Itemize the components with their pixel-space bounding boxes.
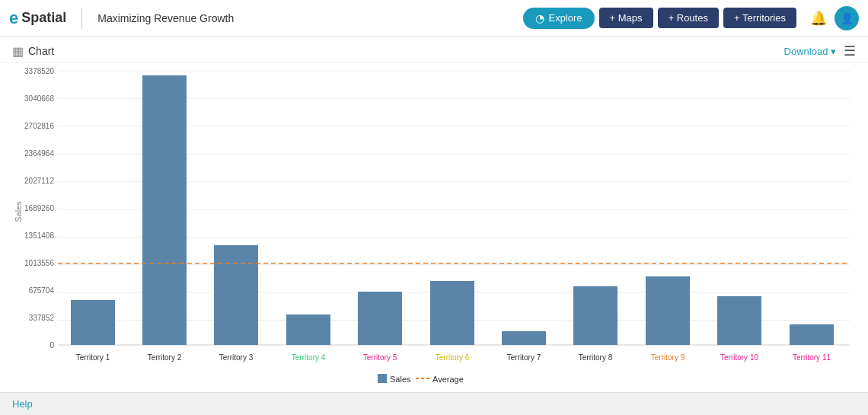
bar-chart: 3378520 3040668 2702816 2364964 2027112 … <box>12 63 856 391</box>
x-label-5: Territory 5 <box>363 353 397 362</box>
bar-territory-2 <box>142 75 187 345</box>
header: eSpatial Maximizing Revenue Growth ◔ Exp… <box>0 0 868 37</box>
chart-title-row: ▦ Chart <box>12 44 54 59</box>
bar-territory-8 <box>573 286 617 345</box>
page-title: Maximizing Revenue Growth <box>97 12 514 24</box>
x-label-10: Territory 10 <box>720 353 758 362</box>
header-icons: 🔔 👤 <box>810 6 859 30</box>
legend-average-label: Average <box>432 375 464 384</box>
svg-text:2027112: 2027112 <box>24 177 54 185</box>
svg-text:1351408: 1351408 <box>24 231 54 240</box>
chart-svg-wrapper: 3378520 3040668 2702816 2364964 2027112 … <box>0 63 868 398</box>
bar-territory-10 <box>717 296 761 345</box>
routes-button[interactable]: + Routes <box>658 8 719 28</box>
svg-text:0: 0 <box>49 341 54 350</box>
x-label-4: Territory 4 <box>292 353 326 362</box>
x-label-9: Territory 9 <box>651 353 685 362</box>
svg-text:1013556: 1013556 <box>24 259 54 267</box>
svg-text:3040668: 3040668 <box>24 94 54 103</box>
avatar-icon: 👤 <box>841 12 854 24</box>
x-label-8: Territory 8 <box>579 353 613 362</box>
nav-buttons: ◔ Explore + Maps + Routes + Territories <box>523 8 796 29</box>
x-label-6: Territory 6 <box>436 353 470 362</box>
explore-button[interactable]: ◔ Explore <box>523 8 594 29</box>
logo-e: e <box>9 8 18 28</box>
bar-territory-3 <box>214 245 258 345</box>
bar-territory-4 <box>286 314 330 345</box>
explore-label: Explore <box>548 12 582 24</box>
chart-toolbar: ▦ Chart Download ▾ ☰ <box>0 37 868 63</box>
maps-button[interactable]: + Maps <box>599 8 653 28</box>
svg-text:675704: 675704 <box>29 286 55 295</box>
avatar[interactable]: 👤 <box>834 6 859 30</box>
header-divider <box>81 8 82 29</box>
svg-text:Sales: Sales <box>14 201 23 222</box>
bar-territory-7 <box>502 331 546 345</box>
download-button[interactable]: Download ▾ <box>784 46 836 57</box>
footer: Help <box>0 392 868 415</box>
legend-sales-label: Sales <box>390 375 411 384</box>
logo-spatial: Spatial <box>21 10 66 26</box>
svg-text:3378520: 3378520 <box>24 67 54 75</box>
logo: eSpatial <box>9 8 66 28</box>
svg-text:1689260: 1689260 <box>24 204 54 212</box>
chart-bar-icon: ▦ <box>12 44 24 59</box>
territories-button[interactable]: + Territories <box>723 8 796 28</box>
notification-icon[interactable]: 🔔 <box>810 10 827 27</box>
chart-toolbar-right: Download ▾ ☰ <box>784 43 856 59</box>
menu-icon[interactable]: ☰ <box>844 43 856 59</box>
chart-container: ▦ Chart Download ▾ ☰ 3378 <box>0 37 868 415</box>
bar-territory-6 <box>430 281 474 345</box>
svg-text:337852: 337852 <box>29 314 55 322</box>
bar-territory-1 <box>71 300 115 345</box>
x-label-1: Territory 1 <box>76 353 110 362</box>
help-link[interactable]: Help <box>12 398 33 410</box>
chart-title: Chart <box>28 45 54 57</box>
x-label-11: Territory 11 <box>793 353 831 362</box>
bar-territory-9 <box>646 276 690 345</box>
x-label-7: Territory 7 <box>507 353 541 362</box>
x-label-3: Territory 3 <box>219 353 254 362</box>
compass-icon: ◔ <box>535 12 544 24</box>
x-label-2: Territory 2 <box>148 353 182 362</box>
svg-text:2364964: 2364964 <box>24 149 54 158</box>
bar-territory-5 <box>358 292 402 345</box>
svg-text:2702816: 2702816 <box>24 122 54 130</box>
legend-sales-icon <box>378 374 387 383</box>
bar-territory-11 <box>790 324 834 345</box>
